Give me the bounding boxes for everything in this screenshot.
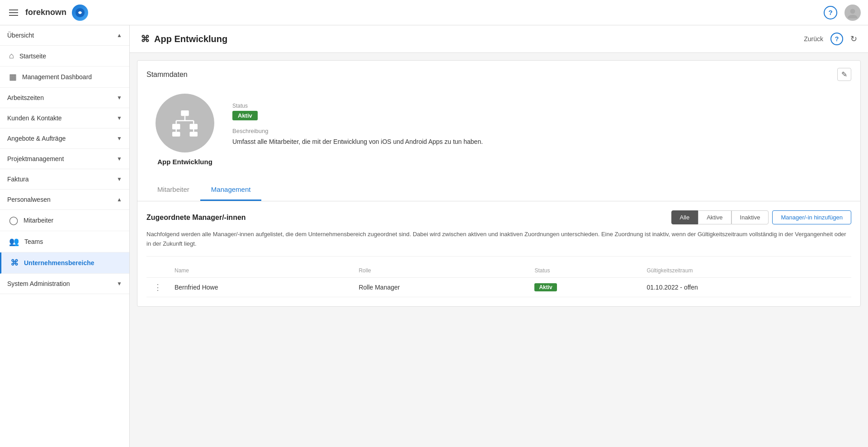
topbar: foreknown ? — [0, 0, 868, 25]
sidebar-section-kunden-label: Kunden & Kontakte — [7, 114, 62, 122]
manager-name-cell: Bernfried Howe — [169, 277, 353, 297]
management-header-row: Zugeordnete Manager/-innen Alle Aktive I… — [146, 210, 851, 224]
topbar-right: ? — [824, 5, 861, 21]
manager-status-cell: Aktiv — [529, 277, 641, 297]
sidebar-item-management-dashboard[interactable]: ▦ Management Dashboard — [0, 67, 129, 88]
svg-point-1 — [79, 11, 81, 14]
sidebar-section-ubersicht[interactable]: Übersicht ▲ — [0, 25, 129, 46]
org-icon: ⌘ — [10, 258, 19, 268]
sidebar-section-angebote-label: Angebote & Aufträge — [7, 135, 66, 142]
filter-buttons: Alle Aktive Inaktive — [671, 210, 769, 224]
svg-rect-11 — [190, 132, 198, 137]
chevron-up-icon2: ▲ — [117, 196, 122, 203]
team-name: App Entwicklung — [157, 158, 212, 166]
content-title: ⌘ App Entwicklung — [141, 33, 227, 44]
sidebar-section-kunden-kontakte[interactable]: Kunden & Kontakte ▼ — [0, 108, 129, 128]
filter-group: Alle Aktive Inaktive Manager/-in hinzufü… — [671, 210, 852, 224]
sidebar-item-unternehmensbereiche-label: Unternehmensbereiche — [24, 259, 94, 266]
sidebar-section-projektmanagement[interactable]: Projektmanagement ▼ — [0, 149, 129, 169]
filter-alle-button[interactable]: Alle — [671, 210, 698, 224]
topbar-help-icon[interactable]: ? — [824, 6, 837, 19]
table-header-row: Name Rolle Status Gültigkeitszeitraum — [146, 266, 851, 278]
sidebar-section-faktura[interactable]: Faktura ▼ — [0, 169, 129, 190]
sidebar-section-personalwesen[interactable]: Personalwesen ▲ — [0, 190, 129, 210]
management-section: Zugeordnete Manager/-innen Alle Aktive I… — [137, 201, 860, 306]
help-icon-btn[interactable]: ? — [830, 33, 843, 45]
col-gultig: Gültigkeitszeitraum — [641, 266, 851, 278]
content-header: ⌘ App Entwicklung Zurück ? ↻ — [130, 25, 868, 53]
svg-rect-5 — [190, 124, 198, 129]
chevron-down-icon5: ▼ — [117, 176, 122, 182]
content-area: ⌘ App Entwicklung Zurück ? ↻ Stammdaten … — [130, 25, 868, 447]
chevron-down-icon3: ▼ — [117, 135, 122, 142]
sidebar-section-arbeitszeiten-label: Arbeitszeiten — [7, 94, 44, 101]
tab-management[interactable]: Management — [200, 179, 262, 201]
team-info: Status Aktiv Beschreibung Umfasst alle M… — [232, 94, 842, 147]
sidebar-section-system-admin[interactable]: System Administration ▼ — [0, 274, 129, 294]
sidebar: Übersicht ▲ ⌂ Startseite ▦ Management Da… — [0, 25, 130, 447]
stammdaten-title: Stammdaten — [146, 71, 188, 79]
sidebar-section-system-label: System Administration — [7, 280, 70, 287]
management-title: Zugeordnete Manager/-innen — [146, 214, 246, 222]
filter-aktive-button[interactable]: Aktive — [698, 210, 731, 224]
team-avatar — [156, 94, 214, 152]
person-icon: ◯ — [9, 215, 18, 225]
manager-rolle-cell: Rolle Manager — [353, 277, 529, 297]
sidebar-section-arbeitszeiten[interactable]: Arbeitszeiten ▼ — [0, 88, 129, 108]
status-badge: Aktiv — [232, 111, 258, 120]
stammdaten-card: Stammdaten ✎ — [137, 60, 861, 307]
home-icon: ⌂ — [9, 51, 14, 61]
col-name: Name — [169, 266, 353, 278]
sidebar-item-startseite[interactable]: ⌂ Startseite — [0, 46, 129, 67]
manager-table: Name Rolle Status Gültigkeitszeitraum ⋮ … — [146, 266, 851, 297]
tab-mitarbeiter[interactable]: Mitarbeiter — [146, 179, 200, 201]
beschreibung-label: Beschreibung — [232, 128, 842, 134]
svg-rect-3 — [181, 110, 189, 116]
svg-rect-4 — [172, 124, 180, 129]
sidebar-section-personalwesen-label: Personalwesen — [7, 196, 51, 203]
topbar-left: foreknown — [7, 5, 88, 21]
sidebar-item-teams-label: Teams — [24, 238, 43, 245]
avatar[interactable] — [844, 5, 861, 21]
refresh-button[interactable]: ↻ — [850, 34, 857, 44]
sidebar-section-ubersicht-label: Übersicht — [7, 32, 34, 39]
sidebar-item-mitarbeiter[interactable]: ◯ Mitarbeiter — [0, 210, 129, 231]
card-header-row: Stammdaten ✎ — [137, 61, 860, 85]
sidebar-item-startseite-label: Startseite — [19, 52, 46, 60]
logo-text: foreknown — [25, 8, 66, 17]
content-title-icon: ⌘ — [141, 33, 150, 44]
page-title: App Entwicklung — [154, 34, 227, 44]
team-avatar-section: App Entwicklung — [156, 94, 214, 166]
aktiv-badge: Aktiv — [534, 283, 557, 291]
logo-icon — [72, 5, 88, 21]
add-manager-button[interactable]: Manager/-in hinzufügen — [772, 210, 851, 224]
manager-gultig-cell: 01.10.2022 - offen — [641, 277, 851, 297]
status-label: Status — [232, 103, 842, 109]
group-icon: 👥 — [9, 237, 19, 247]
management-description: Nachfolgend werden alle Manager/-innen a… — [146, 230, 851, 257]
main-layout: Übersicht ▲ ⌂ Startseite ▦ Management Da… — [0, 25, 868, 447]
sidebar-item-unternehmensbereiche[interactable]: ⌘ Unternehmensbereiche — [0, 252, 129, 274]
table-row: ⋮ Bernfried Howe Rolle Manager Aktiv 01.… — [146, 277, 851, 297]
sidebar-section-projekt-label: Projektmanagement — [7, 155, 64, 162]
col-actions — [146, 266, 169, 278]
svg-rect-10 — [172, 132, 180, 137]
edit-button[interactable]: ✎ — [837, 68, 851, 81]
chevron-down-icon4: ▼ — [117, 156, 122, 162]
beschreibung-text: Umfasst alle Mitarbeiter, die mit der En… — [232, 137, 842, 147]
filter-inaktive-button[interactable]: Inaktive — [731, 210, 769, 224]
sidebar-item-teams[interactable]: 👥 Teams — [0, 231, 129, 252]
row-context-menu-icon[interactable]: ⋮ — [152, 283, 164, 292]
chevron-down-icon6: ▼ — [117, 281, 122, 287]
col-rolle: Rolle — [353, 266, 529, 278]
sidebar-section-angebote[interactable]: Angebote & Aufträge ▼ — [0, 128, 129, 149]
back-button[interactable]: Zurück — [804, 35, 823, 43]
col-status: Status — [529, 266, 641, 278]
sidebar-item-management-dashboard-label: Management Dashboard — [22, 73, 92, 81]
tabs-row: Mitarbeiter Management — [137, 179, 860, 201]
sidebar-item-mitarbeiter-label: Mitarbeiter — [24, 217, 53, 224]
chevron-down-icon2: ▼ — [117, 115, 122, 121]
content-header-actions: Zurück ? ↻ — [804, 33, 857, 45]
hamburger-icon[interactable] — [7, 8, 20, 18]
row-actions-cell: ⋮ — [146, 277, 169, 297]
